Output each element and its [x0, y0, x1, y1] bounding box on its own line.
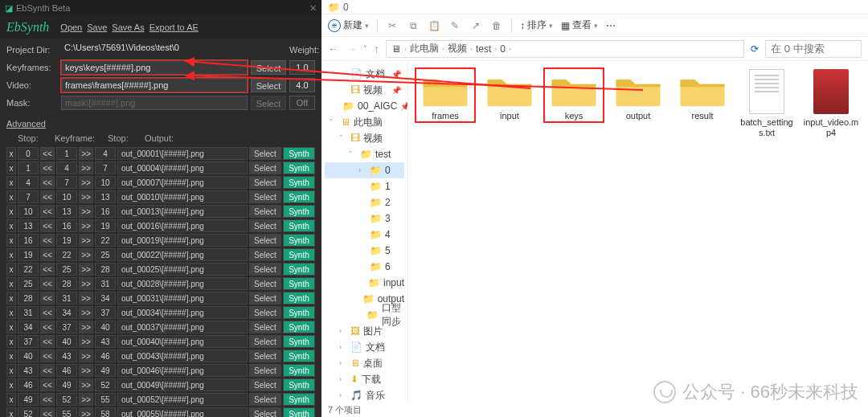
- remove-row-button[interactable]: x: [6, 147, 16, 160]
- next-arrow-icon[interactable]: >>: [79, 190, 93, 203]
- remove-row-button[interactable]: x: [6, 378, 16, 391]
- prev-arrow-icon[interactable]: <<: [40, 393, 55, 406]
- paste-icon[interactable]: 📋: [428, 19, 440, 32]
- synth-button[interactable]: Synth: [283, 364, 315, 377]
- keyframes-weight[interactable]: 1.0: [289, 60, 315, 75]
- output-path[interactable]: out_00013\[#####].png: [117, 205, 248, 218]
- synth-button[interactable]: Synth: [283, 277, 315, 290]
- row-select-button[interactable]: Select: [249, 277, 281, 290]
- mask-toggle[interactable]: Off: [289, 96, 315, 110]
- stop-a[interactable]: 4: [18, 176, 39, 189]
- remove-row-button[interactable]: x: [6, 364, 16, 377]
- video-select-button[interactable]: Select: [251, 78, 286, 92]
- remove-row-button[interactable]: x: [6, 350, 16, 362]
- synth-button[interactable]: Synth: [283, 205, 315, 218]
- tree-item[interactable]: ›🖥桌面: [325, 355, 404, 371]
- rename-icon[interactable]: ✎: [448, 19, 461, 32]
- stop-a[interactable]: 28: [18, 292, 39, 305]
- stop-b[interactable]: 43: [95, 335, 116, 348]
- synth-button[interactable]: Synth: [283, 407, 315, 417]
- row-select-button[interactable]: Select: [249, 364, 281, 377]
- file-item[interactable]: keys: [545, 69, 603, 121]
- cut-icon[interactable]: ✂: [386, 19, 399, 32]
- stop-b[interactable]: 4: [95, 147, 116, 160]
- tree-item[interactable]: 📁4: [325, 227, 404, 243]
- prev-arrow-icon[interactable]: <<: [40, 292, 55, 305]
- remove-row-button[interactable]: x: [6, 176, 16, 189]
- next-arrow-icon[interactable]: >>: [79, 364, 93, 377]
- next-arrow-icon[interactable]: >>: [79, 393, 93, 406]
- synth-button[interactable]: Synth: [283, 190, 315, 203]
- output-path[interactable]: out_00028\[#####].png: [117, 277, 248, 290]
- output-path[interactable]: out_00046\[#####].png: [117, 364, 248, 377]
- prev-arrow-icon[interactable]: <<: [40, 407, 55, 417]
- back-icon[interactable]: ←: [328, 43, 339, 55]
- keyframe-num[interactable]: 49: [56, 378, 77, 391]
- tree-item[interactable]: ˅🖥此电脑: [325, 114, 404, 130]
- tree-item[interactable]: 📁00_AIGC📌: [325, 98, 404, 114]
- next-arrow-icon[interactable]: >>: [79, 234, 93, 247]
- file-item[interactable]: input: [481, 69, 538, 121]
- synth-button[interactable]: Synth: [283, 335, 315, 348]
- output-path[interactable]: out_00031\[#####].png: [117, 292, 248, 305]
- keyframes-input[interactable]: [61, 60, 248, 75]
- row-select-button[interactable]: Select: [249, 350, 281, 362]
- row-select-button[interactable]: Select: [249, 219, 281, 232]
- synth-button[interactable]: Synth: [283, 176, 315, 189]
- keyframe-num[interactable]: 10: [56, 190, 77, 203]
- prev-arrow-icon[interactable]: <<: [40, 161, 55, 174]
- stop-b[interactable]: 52: [95, 378, 116, 391]
- row-select-button[interactable]: Select: [249, 248, 281, 261]
- crumb-segment[interactable]: 此电脑: [410, 42, 439, 55]
- keyframe-num[interactable]: 40: [56, 335, 77, 348]
- tab-title[interactable]: 0: [343, 2, 349, 13]
- output-path[interactable]: out_00025\[#####].png: [117, 263, 248, 276]
- row-select-button[interactable]: Select: [249, 234, 281, 247]
- next-arrow-icon[interactable]: >>: [79, 205, 93, 218]
- next-arrow-icon[interactable]: >>: [79, 263, 93, 276]
- keyframe-num[interactable]: 34: [56, 306, 77, 319]
- mask-input[interactable]: [61, 96, 248, 110]
- prev-arrow-icon[interactable]: <<: [40, 350, 55, 362]
- keyframe-num[interactable]: 37: [56, 321, 77, 333]
- prev-arrow-icon[interactable]: <<: [40, 219, 55, 232]
- stop-a[interactable]: 16: [18, 234, 39, 247]
- stop-a[interactable]: 10: [18, 205, 39, 218]
- stop-b[interactable]: 13: [95, 190, 116, 203]
- remove-row-button[interactable]: x: [6, 292, 16, 305]
- tree-item[interactable]: ›🎵音乐: [325, 387, 404, 403]
- mask-select-button[interactable]: Select: [251, 96, 286, 110]
- keyframe-num[interactable]: 19: [56, 234, 77, 247]
- output-path[interactable]: out_00040\[#####].png: [117, 335, 248, 348]
- row-select-button[interactable]: Select: [249, 378, 281, 391]
- stop-b[interactable]: 34: [95, 292, 116, 305]
- next-arrow-icon[interactable]: >>: [79, 292, 93, 305]
- prev-arrow-icon[interactable]: <<: [40, 306, 55, 319]
- stop-a[interactable]: 1: [18, 161, 39, 174]
- output-path[interactable]: out_00049\[#####].png: [117, 378, 248, 391]
- search-input[interactable]: [765, 40, 862, 58]
- next-arrow-icon[interactable]: >>: [79, 248, 93, 261]
- more-button[interactable]: ⋯: [606, 20, 616, 31]
- output-path[interactable]: out_00037\[#####].png: [117, 321, 248, 333]
- prev-arrow-icon[interactable]: <<: [40, 176, 55, 189]
- next-arrow-icon[interactable]: >>: [79, 378, 93, 391]
- synth-button[interactable]: Synth: [283, 248, 315, 261]
- stop-a[interactable]: 37: [18, 335, 39, 348]
- stop-a[interactable]: 34: [18, 321, 39, 333]
- output-path[interactable]: out_00019\[#####].png: [117, 234, 248, 247]
- remove-row-button[interactable]: x: [6, 306, 16, 319]
- output-path[interactable]: out_00004\[#####].png: [117, 161, 248, 174]
- view-button[interactable]: ▦ 查看▾: [561, 18, 598, 32]
- crumb-segment[interactable]: test: [476, 43, 491, 55]
- file-item[interactable]: batch_settings.txt: [738, 69, 796, 138]
- stop-b[interactable]: 58: [95, 407, 116, 417]
- next-arrow-icon[interactable]: >>: [79, 306, 93, 319]
- keyframe-num[interactable]: 13: [56, 205, 77, 218]
- prev-arrow-icon[interactable]: <<: [40, 205, 55, 218]
- keyframe-num[interactable]: 52: [56, 393, 77, 406]
- remove-row-button[interactable]: x: [6, 205, 16, 218]
- remove-row-button[interactable]: x: [6, 248, 16, 261]
- file-item[interactable]: frames: [416, 69, 474, 121]
- prev-arrow-icon[interactable]: <<: [40, 321, 55, 333]
